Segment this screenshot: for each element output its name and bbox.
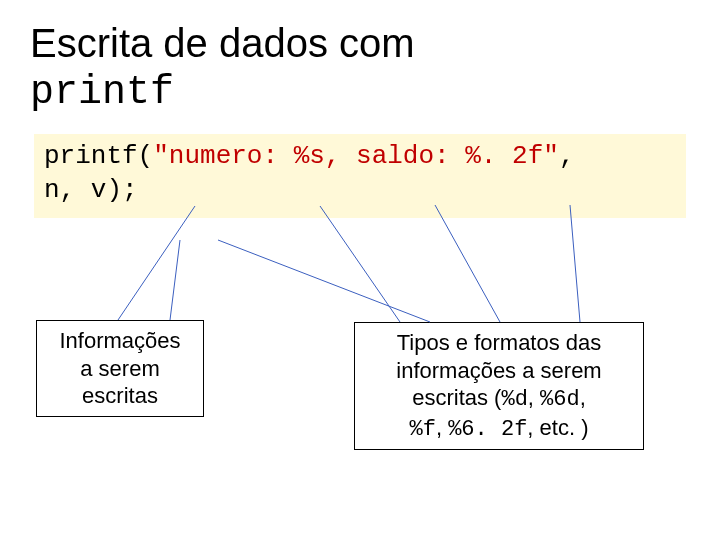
annot-line (118, 206, 195, 320)
callout-types-l3a: escritas ( (412, 385, 501, 410)
callout-types-box: Tipos e formatos das informações a serem… (354, 322, 644, 450)
annot-line (218, 240, 430, 322)
annot-line (320, 206, 400, 322)
slide-title: Escrita de dados com printf (30, 20, 690, 116)
callout-types-l3m1: %d (501, 387, 527, 412)
callout-types-l4b: , etc. ) (527, 415, 588, 440)
callout-types-l3c: , (580, 385, 586, 410)
callout-info-l1: Informações (59, 328, 180, 353)
callout-types-l2: informações a serem (396, 358, 601, 383)
callout-types-l4m2: %6. 2f (448, 417, 527, 442)
code-pre: printf( (44, 141, 153, 171)
annot-line (435, 205, 500, 322)
annot-line (170, 240, 180, 320)
callout-info-l3: escritas (82, 383, 158, 408)
code-string: "numero: %s, saldo: %. 2f" (153, 141, 559, 171)
code-post1: , (559, 141, 575, 171)
callout-info-l2: a serem (80, 356, 159, 381)
callout-types-l1: Tipos e formatos das (397, 330, 602, 355)
callout-types-l4m1: %f (410, 417, 436, 442)
callout-types-l3b: , (528, 385, 540, 410)
title-line1: Escrita de dados com (30, 21, 415, 65)
code-line2: n, v); (44, 175, 138, 205)
annot-line (570, 205, 580, 322)
callout-types-l4a: , (436, 415, 448, 440)
callout-info-box: Informações a serem escritas (36, 320, 204, 417)
callout-types-l3m2: %6d (540, 387, 580, 412)
code-example: printf("numero: %s, saldo: %. 2f", n, v)… (34, 134, 686, 218)
slide: Escrita de dados com printf printf("nume… (0, 0, 720, 540)
title-line2: printf (30, 70, 174, 115)
